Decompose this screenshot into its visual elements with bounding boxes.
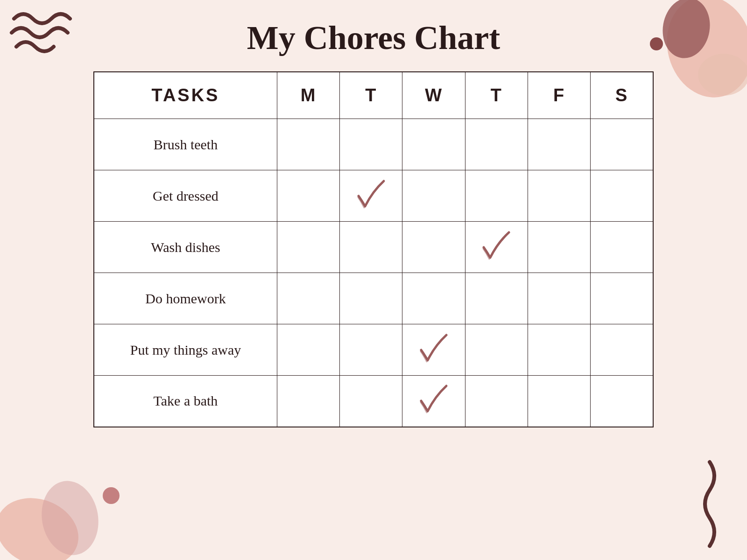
decor-bottomleft: [0, 457, 131, 560]
check-cell-3-0[interactable]: [277, 273, 339, 324]
check-cell-2-1[interactable]: [340, 222, 402, 273]
check-cell-5-0[interactable]: [277, 376, 339, 427]
day-header-thu: T: [465, 72, 528, 119]
decor-circle-bl: [103, 487, 120, 504]
task-cell-3: Do homework: [94, 273, 277, 324]
check-cell-0-5[interactable]: [591, 119, 653, 170]
task-cell-1: Get dressed: [94, 170, 277, 222]
page-title: My Chores Chart: [0, 0, 747, 71]
decor-bottomright: [682, 457, 738, 551]
chores-body: Brush teethGet dressedWash dishesDo home…: [94, 119, 653, 427]
check-cell-1-5[interactable]: [591, 170, 653, 222]
day-header-fri: F: [528, 72, 590, 119]
check-cell-0-4[interactable]: [528, 119, 590, 170]
check-cell-3-5[interactable]: [591, 273, 653, 324]
check-cell-2-0[interactable]: [277, 222, 339, 273]
header-row: TASKS M T W T F S: [94, 72, 653, 119]
task-cell-4: Put my things away: [94, 324, 277, 376]
check-cell-1-4[interactable]: [528, 170, 590, 222]
check-cell-0-3[interactable]: [465, 119, 528, 170]
check-cell-0-2[interactable]: [402, 119, 465, 170]
task-cell-0: Brush teeth: [94, 119, 277, 170]
check-cell-2-2[interactable]: [402, 222, 465, 273]
day-header-wed: W: [402, 72, 465, 119]
check-cell-3-4[interactable]: [528, 273, 590, 324]
check-cell-3-3[interactable]: [465, 273, 528, 324]
check-cell-4-3[interactable]: [465, 324, 528, 376]
svg-point-3: [0, 487, 88, 560]
svg-point-4: [36, 476, 104, 560]
chore-row-1: Get dressed: [94, 170, 653, 222]
check-cell-4-4[interactable]: [528, 324, 590, 376]
check-cell-5-2[interactable]: [402, 376, 465, 427]
chore-row-3: Do homework: [94, 273, 653, 324]
check-cell-0-0[interactable]: [277, 119, 339, 170]
check-cell-2-4[interactable]: [528, 222, 590, 273]
check-cell-4-0[interactable]: [277, 324, 339, 376]
check-cell-5-1[interactable]: [340, 376, 402, 427]
check-cell-3-1[interactable]: [340, 273, 402, 324]
check-cell-4-1[interactable]: [340, 324, 402, 376]
check-cell-0-1[interactable]: [340, 119, 402, 170]
check-cell-1-0[interactable]: [277, 170, 339, 222]
check-cell-1-2[interactable]: [402, 170, 465, 222]
chore-row-4: Put my things away: [94, 324, 653, 376]
check-cell-4-5[interactable]: [591, 324, 653, 376]
task-cell-2: Wash dishes: [94, 222, 277, 273]
check-cell-1-3[interactable]: [465, 170, 528, 222]
check-cell-4-2[interactable]: [402, 324, 465, 376]
chart-container: TASKS M T W T F S Brush teethGet dressed…: [93, 71, 654, 427]
chores-table: TASKS M T W T F S Brush teethGet dressed…: [93, 71, 654, 427]
check-cell-5-3[interactable]: [465, 376, 528, 427]
check-cell-1-1[interactable]: [340, 170, 402, 222]
check-cell-5-4[interactable]: [528, 376, 590, 427]
check-cell-5-5[interactable]: [591, 376, 653, 427]
chore-row-2: Wash dishes: [94, 222, 653, 273]
chore-row-0: Brush teeth: [94, 119, 653, 170]
tasks-header: TASKS: [94, 72, 277, 119]
check-cell-2-3[interactable]: [465, 222, 528, 273]
day-header-mon: M: [277, 72, 339, 119]
day-header-tue: T: [340, 72, 402, 119]
task-cell-5: Take a bath: [94, 376, 277, 427]
chore-row-5: Take a bath: [94, 376, 653, 427]
day-header-sat: S: [591, 72, 653, 119]
check-cell-3-2[interactable]: [402, 273, 465, 324]
check-cell-2-5[interactable]: [591, 222, 653, 273]
